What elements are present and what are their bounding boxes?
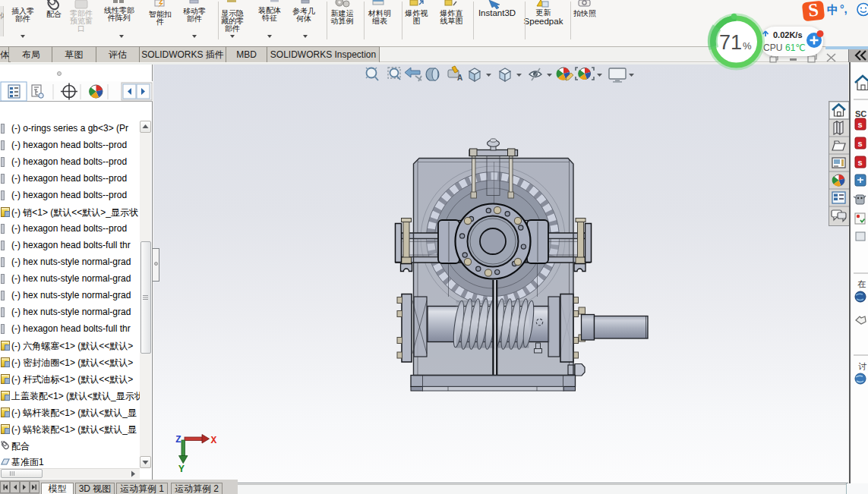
svg-text:Y: Y xyxy=(178,464,185,475)
svg-text:s: s xyxy=(858,158,863,167)
svg-text:SC: SC xyxy=(855,109,866,118)
svg-text:%: % xyxy=(743,40,752,52)
svg-text:61℃: 61℃ xyxy=(785,42,806,53)
svg-text:讨: 讨 xyxy=(858,362,866,371)
svg-text:0.02K/s: 0.02K/s xyxy=(773,30,803,39)
svg-text:s: s xyxy=(858,139,863,148)
svg-text:s: s xyxy=(858,120,863,129)
svg-text:71: 71 xyxy=(719,31,742,54)
svg-text:A: A xyxy=(457,74,462,82)
svg-text:X: X xyxy=(211,435,217,446)
svg-text:Z: Z xyxy=(175,434,181,445)
svg-text:在: 在 xyxy=(857,279,866,288)
